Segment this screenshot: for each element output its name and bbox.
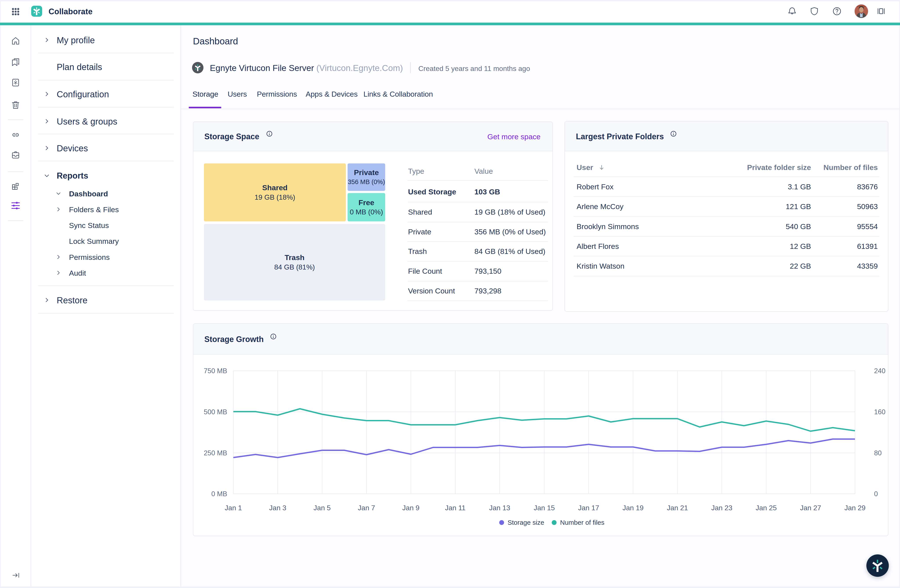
svg-text:Storage size: Storage size: [507, 519, 544, 526]
svg-text:Jan 23: Jan 23: [711, 504, 732, 512]
svg-text:500 MB: 500 MB: [204, 408, 227, 416]
svg-text:Jan 11: Jan 11: [445, 504, 466, 512]
svg-text:Number of files: Number of files: [560, 519, 604, 526]
svg-text:Jan 9: Jan 9: [402, 504, 419, 512]
svg-text:Jan 3: Jan 3: [269, 504, 286, 512]
svg-text:Jan 5: Jan 5: [313, 504, 331, 512]
svg-text:Jan 25: Jan 25: [756, 504, 777, 512]
svg-text:Jan 27: Jan 27: [800, 504, 821, 512]
svg-text:Jan 15: Jan 15: [534, 504, 555, 512]
svg-text:Jan 21: Jan 21: [667, 504, 688, 512]
svg-text:240: 240: [874, 367, 886, 375]
svg-text:Jan 29: Jan 29: [844, 504, 866, 512]
svg-text:Jan 17: Jan 17: [578, 504, 599, 512]
svg-text:160: 160: [874, 408, 886, 416]
svg-text:0 MB: 0 MB: [211, 490, 227, 498]
svg-text:80: 80: [874, 449, 881, 457]
svg-text:0: 0: [874, 490, 878, 498]
svg-text:Jan 13: Jan 13: [489, 504, 510, 512]
svg-text:Jan 7: Jan 7: [358, 504, 375, 512]
svg-text:Jan 19: Jan 19: [622, 504, 644, 512]
svg-text:Jan 1: Jan 1: [225, 504, 242, 512]
svg-text:250 MB: 250 MB: [204, 449, 227, 457]
svg-text:750 MB: 750 MB: [204, 367, 227, 375]
